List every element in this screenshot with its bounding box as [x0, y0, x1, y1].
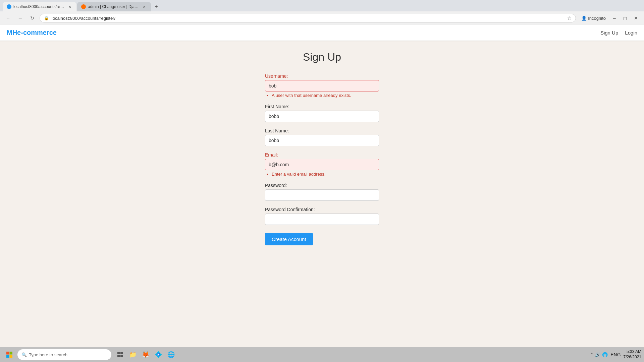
address-bar[interactable]: 🔒 localhost:8000/accounts/register/ ☆: [40, 14, 576, 22]
password-confirm-label: Password Confirmation:: [265, 207, 379, 212]
email-group: Email: Enter a valid email address.: [265, 152, 379, 177]
url-text: localhost:8000/accounts/register/: [52, 16, 565, 21]
tab1-favicon: [7, 4, 11, 9]
tab1-title: localhost8000/accounts/registe...: [13, 4, 65, 9]
nav-login-link[interactable]: Login: [625, 30, 637, 36]
lang-label: ENG: [610, 352, 621, 357]
firstname-input[interactable]: [265, 111, 379, 122]
profile-button[interactable]: 👤 Incognito: [579, 14, 608, 22]
navbar-brand[interactable]: MHe-commerce: [7, 29, 57, 37]
lastname-group: Last Name:: [265, 128, 379, 146]
username-error-list: A user with that username already exists…: [265, 93, 379, 98]
lastname-input[interactable]: [265, 135, 379, 146]
tab2-close[interactable]: ✕: [142, 4, 147, 9]
navbar-links: Sign Up Login: [600, 30, 637, 36]
password-label: Password:: [265, 183, 379, 188]
tab2-favicon: [81, 4, 86, 9]
taskview-button[interactable]: [114, 349, 126, 361]
email-input[interactable]: [265, 159, 379, 170]
taskbar: 🔍 Type here to search 📁 🦊 💠 🌐 ⌃ 🔊 🌐 ENG …: [0, 347, 644, 362]
firefox-button[interactable]: 🦊: [140, 349, 152, 361]
page-title: Sign Up: [303, 51, 341, 63]
speaker-icon[interactable]: 🔊: [595, 352, 601, 357]
browser-chrome: localhost8000/accounts/registe... ✕ admi…: [0, 0, 644, 25]
email-label: Email:: [265, 152, 379, 158]
date-display: 7/26/2021: [624, 355, 641, 360]
create-account-button[interactable]: Create Account: [265, 233, 313, 245]
password-group: Password:: [265, 183, 379, 201]
back-button[interactable]: ←: [3, 13, 13, 23]
tab-bar: localhost8000/accounts/registe... ✕ admi…: [0, 0, 644, 11]
close-button[interactable]: ✕: [631, 13, 641, 23]
vscode-button[interactable]: 💠: [152, 349, 164, 361]
minimize-button[interactable]: –: [610, 13, 619, 23]
svg-rect-5: [120, 352, 123, 354]
navbar: MHe-commerce Sign Up Login: [0, 25, 644, 41]
svg-rect-7: [120, 355, 123, 357]
taskbar-icons: 📁 🦊 💠 🌐: [114, 349, 177, 361]
taskbar-time[interactable]: 5:33 AM 7/26/2021: [624, 349, 641, 360]
file-explorer-button[interactable]: 📁: [127, 349, 139, 361]
tab2-title: admin | Change user | Django si...: [88, 4, 140, 9]
chevron-up-icon[interactable]: ⌃: [590, 352, 594, 357]
password-confirm-group: Password Confirmation:: [265, 207, 379, 225]
username-group: Username: A user with that username alre…: [265, 73, 379, 98]
profile-icon: 👤: [581, 16, 587, 21]
bookmark-icon[interactable]: ☆: [567, 15, 572, 21]
page-content: MHe-commerce Sign Up Login Sign Up Usern…: [0, 25, 644, 362]
firstname-label: First Name:: [265, 104, 379, 109]
reload-button[interactable]: ↻: [28, 13, 37, 23]
lastname-label: Last Name:: [265, 128, 379, 133]
forward-button[interactable]: →: [15, 13, 25, 23]
new-tab-button[interactable]: +: [152, 2, 161, 11]
password-confirm-input[interactable]: [265, 214, 379, 225]
taskbar-right: ⌃ 🔊 🌐 ENG 5:33 AM 7/26/2021: [590, 349, 641, 360]
address-bar-row: ← → ↻ 🔒 localhost:8000/accounts/register…: [0, 11, 644, 25]
search-icon: 🔍: [21, 352, 27, 357]
svg-rect-4: [117, 352, 120, 354]
time-display: 5:33 AM: [624, 349, 641, 355]
svg-rect-2: [6, 355, 9, 358]
taskbar-search-bar[interactable]: 🔍 Type here to search: [17, 349, 111, 360]
tab-1[interactable]: localhost8000/accounts/registe... ✕: [3, 2, 76, 11]
svg-rect-3: [10, 355, 13, 358]
chrome-button[interactable]: 🌐: [165, 349, 177, 361]
restore-button[interactable]: ◻: [621, 13, 630, 23]
windows-logo-icon: [6, 351, 13, 358]
username-error-item: A user with that username already exists…: [272, 93, 379, 98]
taskview-icon: [117, 352, 123, 358]
sys-icons: ⌃ 🔊 🌐: [590, 352, 608, 357]
svg-rect-1: [10, 352, 13, 355]
browser-actions: 👤 Incognito – ◻ ✕: [579, 13, 641, 23]
email-error-list: Enter a valid email address.: [265, 172, 379, 177]
username-input[interactable]: [265, 80, 379, 92]
signup-form: Username: A user with that username alre…: [265, 73, 379, 245]
email-error-item: Enter a valid email address.: [272, 172, 379, 177]
svg-rect-0: [6, 352, 9, 355]
firstname-group: First Name:: [265, 104, 379, 122]
taskbar-search-placeholder: Type here to search: [29, 352, 67, 357]
svg-rect-6: [117, 355, 120, 357]
username-label: Username:: [265, 73, 379, 79]
profile-label: Incognito: [588, 16, 606, 21]
tab-2[interactable]: admin | Change user | Django si... ✕: [77, 2, 151, 11]
nav-signup-link[interactable]: Sign Up: [600, 30, 618, 36]
tab1-close[interactable]: ✕: [67, 4, 72, 9]
network-icon[interactable]: 🌐: [602, 352, 608, 357]
password-input[interactable]: [265, 189, 379, 201]
start-button[interactable]: [3, 349, 16, 361]
lock-icon: 🔒: [44, 16, 49, 20]
main-content: Sign Up Username: A user with that usern…: [0, 41, 644, 259]
